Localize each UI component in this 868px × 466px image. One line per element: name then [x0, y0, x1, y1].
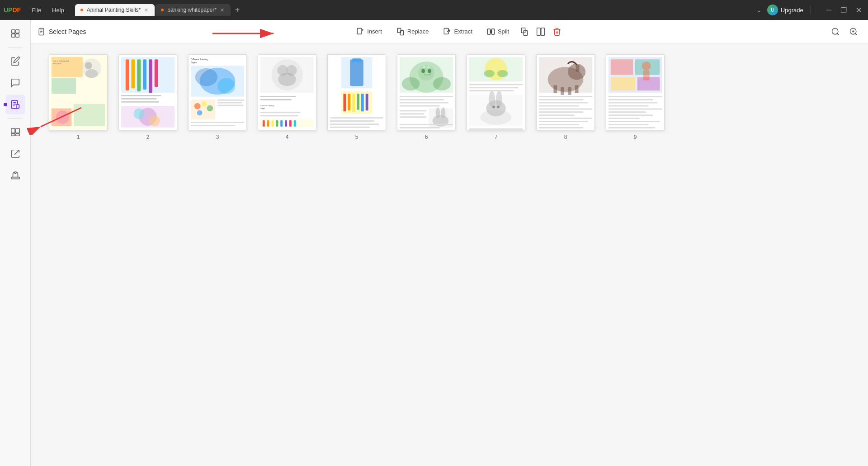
page-num-8: 8 — [564, 134, 567, 140]
svg-point-156 — [497, 106, 500, 109]
svg-text:How to Draw Animal: How to Draw Animal — [53, 60, 69, 62]
page-thumb-9[interactable]: 9 — [606, 54, 665, 140]
upgrade-button[interactable]: U Upgrade — [767, 5, 803, 15]
dropdown-arrow[interactable]: ⌄ — [756, 6, 762, 14]
svg-point-146 — [497, 70, 508, 77]
svg-rect-172 — [539, 111, 583, 113]
sidebar-item-extract[interactable] — [5, 144, 25, 164]
app-logo: UPDF — [4, 6, 21, 14]
page-img-3: Different Painting Styles — [188, 54, 247, 130]
titlebar-right: ⌄ U Upgrade ─ ❐ ✕ — [756, 5, 864, 15]
sidebar-item-comment[interactable] — [5, 73, 25, 93]
page-num-5: 5 — [355, 134, 359, 140]
svg-point-136 — [441, 107, 445, 118]
page-size-btn-2[interactable] — [533, 24, 548, 39]
tab-close-1[interactable]: ✕ — [143, 7, 149, 13]
toolbar-center: Insert Replace — [90, 24, 825, 39]
svg-rect-188 — [609, 102, 657, 104]
menu-file[interactable]: File — [27, 5, 46, 15]
page-thumb-2[interactable]: 2 — [118, 54, 177, 140]
svg-rect-61 — [121, 98, 157, 100]
svg-point-125 — [428, 69, 431, 73]
search-button[interactable] — [828, 24, 843, 39]
svg-rect-131 — [400, 102, 448, 104]
page-thumb-4[interactable]: Cute Pet Painting Steps — [258, 54, 316, 140]
toolbar-right — [828, 24, 861, 39]
svg-point-48 — [85, 62, 92, 69]
extract-button[interactable]: Extract — [437, 25, 478, 38]
tab-animal-painting[interactable]: Animal Painting Skills* ✕ — [75, 4, 155, 16]
svg-rect-9 — [11, 128, 14, 133]
insert-label: Insert — [367, 28, 382, 35]
sidebar-item-organize[interactable] — [5, 122, 25, 142]
svg-rect-3 — [15, 34, 19, 37]
svg-point-78 — [197, 110, 203, 115]
svg-rect-130 — [400, 99, 444, 100]
svg-rect-185 — [643, 71, 650, 81]
content-area: Select Pages Insert — [31, 20, 868, 466]
svg-rect-139 — [400, 116, 426, 118]
tab-close-2[interactable]: ✕ — [219, 7, 225, 13]
sidebar-item-thumbnail[interactable] — [5, 24, 25, 43]
main-layout: Select Pages Insert — [0, 20, 868, 466]
sidebar-item-edit[interactable] — [5, 51, 25, 71]
svg-rect-83 — [191, 125, 235, 126]
page-num-9: 9 — [634, 134, 637, 140]
svg-rect-102 — [285, 120, 287, 127]
page-grid: How to Draw Animal Painting Skills 1 — [31, 43, 868, 466]
close-button[interactable]: ✕ — [853, 5, 864, 15]
svg-rect-114 — [361, 94, 364, 111]
svg-text:Steps: Steps — [260, 107, 265, 109]
page-thumb-1[interactable]: How to Draw Animal Painting Skills 1 — [49, 54, 108, 140]
svg-rect-112 — [352, 94, 355, 112]
svg-rect-166 — [575, 85, 579, 93]
page-thumb-3[interactable]: Different Painting Styles — [188, 54, 247, 140]
sidebar-item-stamp[interactable] — [5, 166, 25, 185]
svg-rect-91 — [260, 99, 292, 100]
tab-add-button[interactable]: + — [231, 4, 243, 16]
svg-rect-57 — [143, 59, 146, 90]
page-thumb-7[interactable]: 7 — [467, 54, 525, 140]
page-num-1: 1 — [77, 134, 80, 140]
svg-rect-189 — [609, 105, 649, 107]
sidebar-item-pages[interactable] — [5, 95, 25, 114]
menu-help[interactable]: Help — [47, 5, 69, 15]
svg-point-76 — [202, 101, 207, 107]
page-size-btn-1[interactable] — [517, 24, 532, 39]
sidebar-divider-1 — [8, 47, 23, 48]
svg-rect-104 — [294, 120, 296, 127]
zoom-button[interactable] — [846, 24, 861, 39]
svg-point-47 — [85, 69, 98, 78]
svg-rect-33 — [537, 28, 541, 35]
svg-rect-186 — [609, 96, 662, 97]
page-num-3: 3 — [216, 134, 219, 140]
svg-rect-194 — [609, 121, 660, 122]
svg-rect-129 — [400, 96, 453, 97]
svg-rect-113 — [357, 94, 359, 109]
svg-rect-59 — [155, 59, 158, 87]
svg-rect-107 — [350, 59, 363, 86]
svg-rect-16 — [39, 28, 44, 35]
maximize-button[interactable]: ❐ — [838, 5, 849, 15]
page-thumb-5[interactable]: 5 — [327, 54, 386, 140]
svg-rect-176 — [539, 124, 579, 125]
svg-rect-137 — [400, 110, 426, 111]
page-img-6 — [397, 54, 456, 130]
insert-button[interactable]: Insert — [350, 25, 388, 38]
page-num-2: 2 — [146, 134, 150, 140]
svg-rect-168 — [539, 99, 583, 100]
svg-rect-20 — [358, 28, 362, 34]
page-thumb-8[interactable]: 8 — [536, 54, 595, 140]
replace-button[interactable]: Replace — [390, 25, 435, 38]
svg-point-89 — [278, 73, 296, 86]
delete-button[interactable] — [550, 24, 564, 39]
svg-point-128 — [433, 77, 451, 91]
tab-banking[interactable]: banking whitepaper* ✕ — [156, 4, 231, 16]
svg-rect-56 — [137, 59, 141, 91]
left-sidebar — [0, 20, 31, 466]
svg-line-36 — [837, 33, 839, 35]
page-thumb-6[interactable]: 6 — [397, 54, 456, 140]
split-button[interactable]: Split — [481, 25, 515, 38]
svg-rect-192 — [609, 114, 653, 116]
minimize-button[interactable]: ─ — [824, 5, 834, 15]
